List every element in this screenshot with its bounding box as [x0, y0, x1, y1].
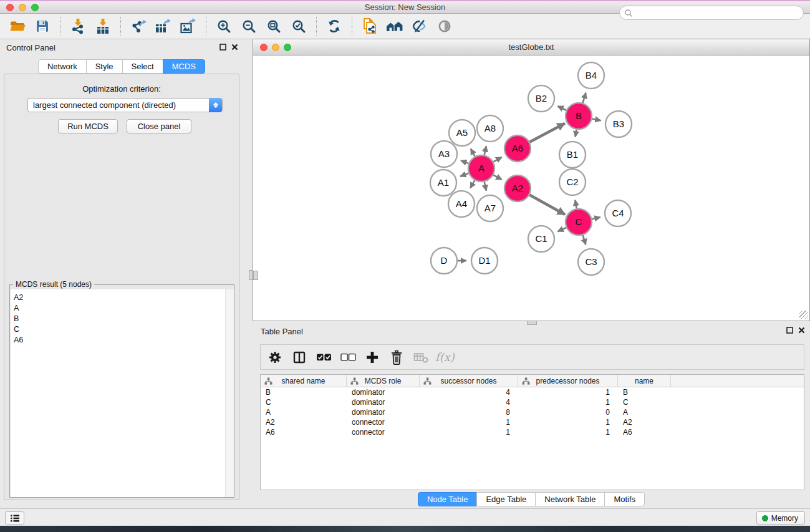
close-panel-icon[interactable] — [231, 44, 238, 51]
search-field[interactable] — [619, 6, 804, 20]
edge-A2-C[interactable] — [529, 195, 565, 215]
edge-A-A3[interactable] — [461, 160, 468, 163]
edge-C-C4[interactable] — [592, 217, 600, 219]
tab-network[interactable]: Network — [38, 59, 87, 74]
edge-C-C2[interactable] — [576, 200, 577, 209]
edge-C-C1[interactable] — [557, 228, 566, 231]
network-close-button[interactable] — [260, 44, 268, 51]
search-input[interactable] — [633, 7, 803, 19]
tab-network-table[interactable]: Network Table — [535, 492, 605, 506]
refresh-layout-button[interactable] — [322, 16, 347, 36]
node-D1[interactable]: D1 — [471, 248, 498, 274]
node-B1[interactable]: B1 — [559, 142, 586, 168]
result-scrollbar[interactable] — [225, 289, 234, 497]
column-header-MCDS-role[interactable]: MCDS role — [347, 375, 420, 387]
mcds-result-item[interactable]: B — [11, 314, 234, 324]
node-C4[interactable]: C4 — [605, 200, 631, 226]
mcds-result-item[interactable]: A6 — [11, 335, 234, 346]
add-row-button[interactable] — [364, 349, 380, 366]
node-B3[interactable]: B3 — [605, 111, 632, 137]
edge-C-C3[interactable] — [583, 235, 586, 244]
node-A1[interactable]: A1 — [430, 170, 456, 196]
node-A7[interactable]: A7 — [477, 195, 503, 221]
tab-select[interactable]: Select — [122, 59, 163, 74]
table-row[interactable]: Cdominator41C — [261, 397, 804, 407]
edge-A-A6[interactable] — [493, 157, 501, 162]
table-mode-button[interactable] — [5, 511, 24, 525]
close-table-panel-icon[interactable] — [798, 327, 805, 334]
network-zoom-button[interactable] — [284, 44, 291, 51]
tab-motifs[interactable]: Motifs — [604, 492, 645, 506]
select-all-button[interactable] — [316, 349, 332, 366]
mcds-result-item[interactable]: C — [11, 324, 234, 335]
node-A3[interactable]: A3 — [431, 141, 457, 167]
edge-B-B4[interactable] — [583, 93, 586, 103]
tab-mcds[interactable]: MCDS — [163, 59, 205, 74]
node-C[interactable]: C — [566, 209, 592, 235]
function-builder-button[interactable]: f(x) — [437, 349, 453, 366]
node-C2[interactable]: C2 — [559, 169, 586, 195]
node-B[interactable]: B — [566, 103, 592, 129]
import-network-button[interactable] — [65, 16, 90, 36]
export-network-button[interactable] — [126, 16, 151, 36]
criterion-dropdown[interactable]: largest connected component (directed) — [27, 98, 223, 112]
export-table-button[interactable] — [151, 16, 176, 36]
deselect-all-button[interactable] — [340, 349, 356, 366]
network-minimize-button[interactable] — [272, 44, 279, 51]
edge-B-B1[interactable] — [576, 130, 577, 137]
table-row[interactable]: A2connector11A2 — [261, 417, 804, 427]
window-close-button[interactable] — [6, 4, 14, 11]
column-header-shared-name[interactable]: shared name — [261, 375, 347, 387]
table-row[interactable]: A6connector11A6 — [261, 427, 804, 437]
graphics-details-button[interactable] — [407, 16, 432, 36]
window-resize-grip[interactable] — [799, 311, 808, 319]
delete-row-button[interactable] — [388, 349, 405, 366]
table-row[interactable]: Adominator80A — [261, 407, 804, 417]
edge-A-A2[interactable] — [493, 175, 501, 180]
node-C3[interactable]: C3 — [578, 249, 604, 275]
tab-style[interactable]: Style — [86, 59, 123, 74]
zoom-out-button[interactable] — [236, 16, 261, 36]
node-B4[interactable]: B4 — [578, 62, 604, 89]
node-B2[interactable]: B2 — [528, 85, 554, 112]
network-from-document-button[interactable] — [357, 16, 382, 36]
node-A2[interactable]: A2 — [504, 175, 531, 201]
node-A4[interactable]: A4 — [448, 191, 475, 217]
node-A5[interactable]: A5 — [449, 120, 475, 146]
edge-A-A1[interactable] — [460, 173, 468, 177]
edge-A-A4[interactable] — [470, 180, 475, 188]
mcds-result-item[interactable]: A2 — [11, 289, 234, 303]
save-session-button[interactable] — [30, 16, 55, 36]
canvas-scroll-nub[interactable] — [253, 271, 258, 280]
window-minimize-button[interactable] — [19, 4, 26, 11]
column-header-predecessor-nodes[interactable]: predecessor nodes — [518, 375, 618, 387]
first-neighbors-button[interactable] — [382, 16, 407, 36]
network-canvas[interactable]: A A6 A2 B C A5 A8 A3 A1 A4 A7 B2 B4 — [253, 56, 809, 321]
settings-button[interactable] — [267, 349, 283, 366]
open-session-button[interactable] — [5, 16, 30, 36]
delete-column-button[interactable] — [413, 349, 429, 366]
mcds-result-item[interactable]: A — [11, 303, 234, 314]
table-row[interactable]: Bdominator41B — [261, 387, 804, 397]
column-header-successor-nodes[interactable]: successor nodes — [420, 375, 518, 387]
export-image-button[interactable] — [176, 16, 201, 36]
float-table-panel-icon[interactable] — [786, 327, 793, 334]
node-A8[interactable]: A8 — [477, 115, 503, 142]
run-mcds-button[interactable]: Run MCDS — [58, 119, 118, 133]
eye-button[interactable] — [432, 16, 457, 36]
zoom-selected-button[interactable] — [286, 16, 311, 36]
memory-button[interactable]: Memory — [756, 511, 805, 525]
zoom-in-button[interactable] — [211, 16, 236, 36]
import-table-button[interactable] — [90, 16, 115, 36]
edge-A6-B[interactable] — [529, 123, 565, 142]
tab-node-table[interactable]: Node Table — [418, 492, 478, 506]
node-D[interactable]: D — [431, 248, 457, 274]
columns-button[interactable] — [291, 349, 307, 366]
window-zoom-button[interactable] — [31, 4, 39, 11]
tab-edge-table[interactable]: Edge Table — [476, 492, 536, 506]
zoom-fit-button[interactable] — [261, 16, 286, 36]
node-C1[interactable]: C1 — [528, 226, 554, 252]
edge-A-A5[interactable] — [471, 149, 475, 157]
edge-A-A7[interactable] — [485, 182, 486, 191]
edge-B-B2[interactable] — [557, 106, 566, 110]
